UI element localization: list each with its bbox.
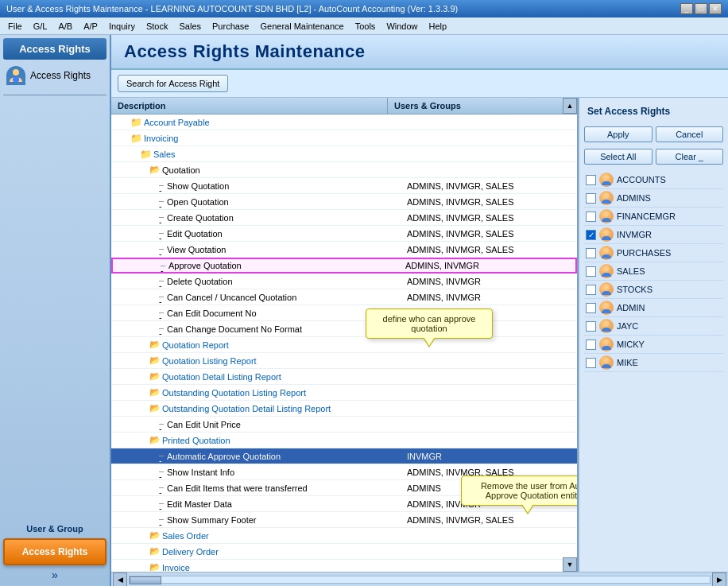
menu-sales[interactable]: Sales [174,20,206,33]
tree-row[interactable]: - Show Instant Info ADMINS, INVMGR, SALE… [111,464,577,480]
rights-checkbox[interactable] [586,321,596,332]
scroll-left-button[interactable]: ◀ [113,572,127,587]
tree-row[interactable]: - Can Edit Unit Price [111,417,577,433]
search-for-access-right-button[interactable]: Search for Access Right [118,75,228,92]
tree-row[interactable]: - Automatic Approve Quotation INVMGR [111,448,577,464]
tree-row[interactable]: 📂 Quotation Report [111,337,577,353]
tree-row-label[interactable]: Invoicing [144,134,178,143]
rights-list-item[interactable]: ✓ INVMGR [584,226,723,244]
scroll-thumb[interactable] [130,576,161,584]
menu-tools[interactable]: Tools [350,20,381,33]
cancel-button[interactable]: Cancel [656,126,724,142]
tree-row[interactable]: 📂 Quotation [111,162,577,178]
rights-list-item[interactable]: JAYC [584,317,723,336]
menu-ap[interactable]: A/P [79,20,103,33]
tree-row[interactable]: 📁 Invoicing [111,130,577,146]
rights-checkbox[interactable] [586,266,596,277]
rights-checkbox[interactable] [586,248,596,258]
access-rights-button[interactable]: Access Rights [3,538,106,565]
tree-row-label[interactable]: Invoice [162,563,190,572]
tree-panel[interactable]: Description Users & Groups ▲ 📁 Account P… [111,98,579,572]
tree-row[interactable]: 📂 Quotation Listing Report [111,353,577,369]
rights-list-item[interactable]: FINANCEMGR [584,208,723,226]
tree-row-label[interactable]: Account Payable [144,118,210,127]
tree-row[interactable]: 📁 Sales [111,146,577,162]
tree-row-label[interactable]: Sales Order [162,531,209,541]
menu-purchase[interactable]: Purchase [207,20,254,33]
rights-checkbox[interactable] [586,193,596,204]
tree-row-label[interactable]: Delivery Order [162,547,219,557]
tree-row[interactable]: - Show Quotation ADMINS, INVMGR, SALES [111,178,577,194]
menu-inquiry[interactable]: Inquiry [104,20,140,33]
tree-row[interactable]: - Delete Quotation ADMINS, INVMGR [111,274,577,289]
menu-stock[interactable]: Stock [141,20,173,33]
menu-file[interactable]: File [3,20,27,33]
menu-general-maintenance[interactable]: General Maintenance [256,20,349,33]
tree-row[interactable]: 📂 Invoice [111,560,577,572]
tree-row[interactable]: - Edit Master Data ADMINS, INVMGR [111,496,577,512]
expand-arrow[interactable]: » [3,567,106,583]
tree-row[interactable]: 📂 Delivery Order [111,544,577,560]
tree-row[interactable]: 📂 Quotation Detail Listing Report [111,369,577,385]
rights-list-item[interactable]: ADMINS [584,189,723,208]
tree-row[interactable]: - Can Cancel / Uncancel Quotation ADMINS… [111,289,577,305]
tree-row[interactable]: 📂 Outstanding Quotation Detail Listing R… [111,401,577,417]
tree-row-label[interactable]: Quotation Listing Report [162,356,257,366]
tree-row[interactable]: - Create Quotation ADMINS, INVMGR, SALES [111,210,577,226]
rights-list-item[interactable]: ADMIN [584,299,723,317]
rights-list-item[interactable]: MIKE [584,354,723,372]
tree-row[interactable]: - Open Quotation ADMINS, INVMGR, SALES [111,194,577,210]
scroll-down-button[interactable]: ▼ [563,557,577,572]
tree-row[interactable]: - Edit Quotation ADMINS, INVMGR, SALES [111,226,577,242]
rights-list-item[interactable]: PURCHASES [584,244,723,262]
menu-window[interactable]: Window [381,20,422,33]
tree-row[interactable]: - Approve Quotation ADMINS, INVMGR [111,258,577,274]
tree-row-label[interactable]: Outstanding Quotation Listing Report [162,388,306,398]
main-content: Access Rights Maintenance Search for Acc… [111,35,728,586]
tree-row[interactable]: - View Quotation ADMINS, INVMGR, SALES [111,242,577,258]
subfolder-icon: 📂 [149,435,161,445]
menu-help[interactable]: Help [424,20,452,33]
sidebar-item-access-rights[interactable]: Access Rights [3,63,106,88]
restore-button[interactable]: □ [695,3,707,14]
rights-checkbox[interactable]: ✓ [586,230,596,240]
tree-row[interactable]: 📂 Outstanding Quotation Listing Report [111,385,577,401]
tree-row[interactable]: - Show Summary Footer ADMINS, INVMGR, SA… [111,512,577,528]
rights-checkbox[interactable] [586,285,596,295]
rights-checkbox[interactable] [586,303,596,313]
rights-checkbox[interactable] [586,175,596,185]
tree-row[interactable]: - Can Change Document No Format ADMINS, … [111,321,577,337]
tree-row-label[interactable]: Quotation Detail Listing Report [162,372,281,382]
select-all-button[interactable]: Select All [584,149,652,165]
apply-button[interactable]: Apply [584,126,652,142]
tree-row-label[interactable]: Sales [153,149,176,159]
svg-point-9 [604,303,609,308]
item-dash-icon: - [159,281,164,281]
tree-row-label[interactable]: Printed Quotation [162,436,230,445]
close-button[interactable]: ✕ [709,3,722,14]
menu-gl[interactable]: G/L [29,20,52,33]
menu-ab[interactable]: A/B [53,20,77,33]
rights-list-item[interactable]: SALES [584,262,723,281]
rights-checkbox[interactable] [586,212,596,222]
minimize-button[interactable]: _ [680,3,693,14]
window-controls[interactable]: _ □ ✕ [680,3,722,14]
rights-checkbox[interactable] [586,358,596,368]
rights-list-item[interactable]: ACCOUNTS [584,171,723,189]
tree-row[interactable]: - Can Edit Document No ADMINS, INVMGR [111,305,577,321]
clear-button[interactable]: Clear _ [656,149,724,165]
tree-row[interactable]: 📁 Account Payable [111,114,577,130]
tree-row[interactable]: - Can Edit Items that were transferred A… [111,480,577,496]
tree-row[interactable]: 📂 Printed Quotation [111,433,577,448]
tree-row[interactable]: 📂 Sales Order [111,528,577,544]
tree-row-label[interactable]: Outstanding Quotation Detail Listing Rep… [162,404,331,413]
rights-list-item[interactable]: MICKY [584,336,723,354]
scroll-track[interactable] [129,576,711,584]
rights-list-item[interactable]: STOCKS [584,281,723,299]
tree-cell-description: 📁 Sales [111,147,402,161]
tree-row-label[interactable]: Quotation Report [162,340,229,350]
rights-checkbox[interactable] [586,340,596,350]
scroll-up-button[interactable]: ▲ [563,98,577,114]
tree-row-label: Edit Master Data [167,499,232,509]
scroll-right-button[interactable]: ▶ [712,572,726,587]
